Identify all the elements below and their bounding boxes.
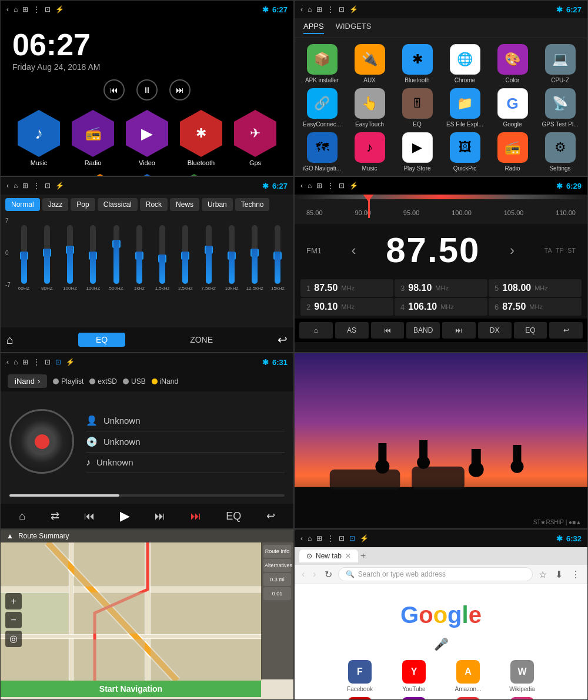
band-75khz-track[interactable] [206, 225, 212, 284]
back-icon-p3[interactable]: ‹ [6, 182, 9, 190]
band-125khz-track[interactable] [252, 225, 258, 284]
fm-dx-btn[interactable]: DX [478, 322, 512, 339]
player-eq-btn[interactable]: EQ [226, 510, 241, 523]
app-easytouch[interactable]: 👆 EasyTouch [348, 88, 391, 128]
tab-apps[interactable]: APPS [303, 22, 324, 34]
eq-btn[interactable]: EQ [78, 333, 125, 347]
player-repeat-btn[interactable]: ⏭ [191, 510, 201, 523]
app-igo[interactable]: 🗺 iGO Navigati... [300, 132, 343, 172]
tab-close-btn[interactable]: ✕ [345, 552, 351, 560]
video-panel[interactable]: ST★RSHIP | ●■▲ [294, 353, 588, 529]
quicklink-amazon[interactable]: A Amazon... [443, 660, 493, 692]
source-playlist[interactable]: Playlist [53, 377, 83, 386]
alternatives-btn[interactable]: Alternatives [263, 559, 291, 572]
band-15khz[interactable]: 1.5kHz [152, 225, 173, 296]
music-progress-bar[interactable] [1, 491, 293, 500]
menu-icon[interactable]: ⋮ [33, 5, 40, 14]
app-radio[interactable]: 📻 Radio [491, 132, 534, 172]
band-10khz[interactable]: 10kHz [220, 225, 242, 296]
quicklink-facebook[interactable]: F Facebook [335, 660, 385, 692]
app-playstore[interactable]: ▶ Play Store [396, 132, 439, 172]
gps-hex-btn[interactable]: ✈ [232, 110, 279, 157]
app-chrome[interactable]: 🌐 Chrome [443, 44, 486, 83]
fm-back-btn[interactable]: ↩ [549, 322, 583, 339]
menu-icon-p8[interactable]: ⋮ [327, 534, 334, 542]
zoom-out-btn[interactable]: − [5, 612, 22, 628]
prev-btn[interactable]: ⏮ [103, 79, 125, 101]
fm-as-btn[interactable]: AS [335, 322, 369, 339]
band-60hz-track[interactable] [21, 225, 27, 284]
band-100hz[interactable]: 100HZ [59, 225, 81, 296]
player-home-btn[interactable]: ⌂ [19, 510, 25, 523]
progress-track[interactable] [9, 494, 285, 497]
source-inand-btn[interactable]: iNand › [8, 374, 47, 388]
quicklink-ebay[interactable]: E eBay [443, 697, 493, 700]
band-25khz[interactable]: 2.5kHz [175, 225, 196, 296]
fm-prev-btn[interactable]: ‹ [352, 242, 356, 259]
app-google[interactable]: G Google [491, 88, 534, 128]
app-eq[interactable]: 🎚 EQ [396, 88, 439, 128]
start-navigation-btn[interactable]: Start Navigation [1, 681, 261, 697]
band-120hz-track[interactable] [90, 225, 96, 284]
next-btn[interactable]: ⏭ [169, 79, 191, 101]
band-125khz[interactable]: 12.5kHz [244, 225, 266, 296]
app-bluetooth[interactable]: ✱ Bluetooth [396, 44, 439, 83]
zoom-fit-btn[interactable]: ◎ [5, 631, 22, 647]
fm-next-btn[interactable]: › [510, 242, 514, 259]
browser-menu-btn[interactable]: ⋮ [569, 568, 583, 581]
preset-rock[interactable]: Rock [140, 198, 168, 211]
band-100hz-track[interactable] [67, 225, 73, 284]
mic-icon[interactable]: 🎤 [434, 637, 449, 651]
video-hex-btn[interactable]: ▶ [123, 110, 171, 157]
band-500hz[interactable]: 500HZ [105, 225, 127, 296]
preset-techno[interactable]: Techno [235, 198, 270, 211]
app-easyconn[interactable]: 🔗 EasyConnec... [300, 88, 343, 128]
preset-2[interactable]: 2 90.10 MHz [300, 298, 393, 316]
app-quickpic[interactable]: 🖼 QuickPic [443, 132, 486, 172]
app-color[interactable]: 🎨 Color [491, 44, 534, 83]
fm-band-btn[interactable]: BAND [406, 322, 440, 339]
back-icon-p2[interactable]: ‹ [300, 5, 303, 14]
apps-icon-p4[interactable]: ⊞ [316, 182, 322, 190]
preset-6[interactable]: 6 87.50 MHz [489, 298, 582, 316]
preset-jazz[interactable]: Jazz [42, 198, 69, 211]
band-80hz[interactable]: 80HZ [36, 225, 58, 296]
app-cpuz[interactable]: 💻 CPU-Z [539, 44, 582, 83]
home-icon-p8[interactable]: ⌂ [308, 534, 312, 542]
player-play-btn[interactable]: ▶ [120, 508, 130, 524]
band-15khz-track[interactable] [159, 225, 165, 284]
quicklink-youtube[interactable]: Y YouTube [389, 660, 439, 692]
app-music[interactable]: ♪ Music [348, 132, 391, 172]
eq-back-btn[interactable]: ↩ [278, 333, 288, 347]
app-es[interactable]: 📁 ES File Expl... [443, 88, 486, 128]
band-15k2hz-track[interactable] [275, 225, 280, 284]
app-gpstest[interactable]: 📡 GPS Test Pl... [539, 88, 582, 128]
fm-prev-ctrl[interactable]: ⏮ [371, 322, 405, 339]
menu-icon-p2[interactable]: ⋮ [327, 5, 334, 14]
band-120hz[interactable]: 120HZ [82, 225, 104, 296]
preset-urban[interactable]: Urban [202, 198, 233, 211]
tab-widgets[interactable]: WIDGETS [336, 22, 372, 34]
band-500hz-track[interactable] [113, 225, 119, 284]
band-60hz[interactable]: 60HZ [13, 225, 35, 296]
home-icon-p5[interactable]: ⌂ [14, 358, 18, 366]
browser-tab-new[interactable]: ⊙ New tab ✕ [299, 550, 358, 562]
preset-normal[interactable]: Normal [5, 198, 40, 211]
quicklink-wikipedia[interactable]: W Wikipedia [497, 660, 547, 692]
apps-icon-p2[interactable]: ⊞ [316, 5, 322, 14]
player-shuffle-btn[interactable]: ⇄ [51, 510, 59, 523]
home-icon-p3[interactable]: ⌂ [14, 182, 18, 190]
fm-home-btn[interactable]: ⌂ [299, 322, 333, 339]
apps-icon-p3[interactable]: ⊞ [22, 182, 28, 190]
zoom-in-btn[interactable]: + [5, 593, 22, 609]
eq-home-btn[interactable]: ⌂ [6, 333, 14, 347]
fm-next-ctrl[interactable]: ⏭ [442, 322, 476, 339]
quicklink-yahoo[interactable]: Y Yahoo [389, 697, 439, 700]
browser-star-btn[interactable]: ☆ [536, 568, 549, 581]
player-next-btn[interactable]: ⏭ [155, 510, 165, 523]
apps-icon-p5[interactable]: ⊞ [22, 358, 28, 366]
radio-hex-btn[interactable]: 📻 [69, 110, 116, 157]
new-tab-btn[interactable]: + [360, 551, 366, 561]
back-icon[interactable]: ‹ [6, 5, 9, 14]
menu-icon-p3[interactable]: ⋮ [33, 182, 40, 190]
